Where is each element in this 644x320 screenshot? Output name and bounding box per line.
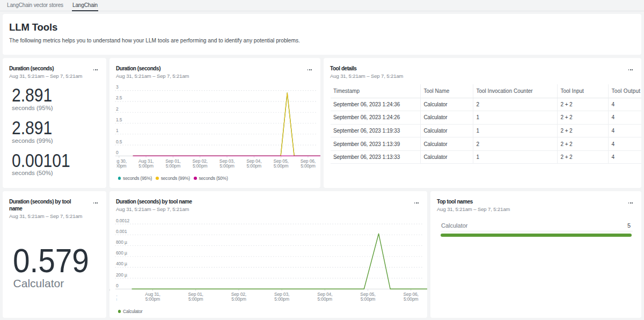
panel-time-range: Aug 31, 5:21am – Sep 7, 5:21am (437, 206, 625, 213)
svg-text:Sep 01,5:00pm: Sep 01,5:00pm (165, 158, 180, 169)
table-body: September 06, 2023 1:24:36Calculator22 +… (331, 98, 641, 164)
table-row[interactable]: September 06, 2023 1:13:33Calculator12 +… (331, 150, 641, 164)
svg-text:600 µ: 600 µ (116, 250, 127, 256)
dot (309, 69, 310, 70)
column-header[interactable]: Tool Invocation Counter (473, 84, 557, 98)
table-cell: Calculator (420, 98, 473, 111)
stat-label: seconds (95%) (12, 105, 59, 112)
ellipsis-icon[interactable] (93, 69, 98, 70)
panel-time-range: Aug 31, 5:21am – Sep 7, 5:21am (116, 73, 304, 79)
table-cell: Calculator (420, 137, 473, 151)
dot (628, 202, 630, 203)
column-header[interactable]: Tool Output (608, 84, 641, 98)
ellipsis-icon[interactable] (414, 202, 419, 203)
svg-text:1: 1 (116, 128, 119, 133)
dot (95, 202, 96, 203)
page-header: LLM Tools The following metrics helps yo… (3, 14, 641, 55)
table-row[interactable]: September 06, 2023 1:13:39Calculator22 +… (331, 137, 641, 151)
column-header[interactable]: Timestamp (331, 84, 420, 98)
table-cell: 2 (473, 137, 557, 151)
svg-text:Sep 06,5:00pm: Sep 06,5:00pm (404, 292, 419, 302)
dot (418, 202, 419, 203)
panel-tool-details: Tool details Aug 31, 5:21am – Sep 7, 5:2… (324, 58, 641, 188)
stat-value: 2.891 (12, 121, 52, 134)
tab-langchain-vector-stores[interactable]: LangChain vector stores (7, 0, 63, 11)
dot (308, 69, 309, 70)
panel-header: Duration (seconds) Aug 31, 5:21am – Sep … (9, 65, 90, 79)
table-cell: Calculator (420, 150, 473, 164)
dot (630, 202, 631, 203)
panel-header: Duration (seconds) by tool name Aug 31, … (9, 198, 92, 220)
stat-50: 0.00101 seconds (50%) (12, 154, 80, 177)
table-row[interactable]: September 06, 2023 1:19:33Calculator12 +… (331, 124, 641, 137)
table-cell: September 06, 2023 1:24:26 (331, 111, 420, 125)
dot (630, 69, 631, 70)
table-row[interactable]: September 06, 2023 1:24:36Calculator22 +… (331, 98, 641, 111)
table-cell: Calculator (420, 124, 473, 137)
svg-text:400 µ: 400 µ (116, 261, 127, 266)
table-row[interactable]: September 06, 2023 1:24:26Calculator12 +… (331, 111, 641, 125)
stat-value: 2.891 (12, 89, 52, 101)
ellipsis-icon[interactable] (93, 202, 98, 203)
column-header[interactable]: Tool Name (420, 84, 473, 98)
panel-title: Duration (seconds) (116, 65, 304, 72)
table-cell: September 06, 2023 1:24:36 (331, 98, 420, 111)
table-cell: 1 (473, 124, 557, 137)
svg-text:Sep 04,5:00pm: Sep 04,5:00pm (246, 158, 261, 169)
stat-value: 0.00101 (12, 154, 70, 167)
panel-duration-stats: Duration (seconds) Aug 31, 5:21am – Sep … (3, 58, 106, 188)
table-cell: 4 (608, 124, 641, 137)
table-cell: September 06, 2023 1:13:33 (331, 150, 420, 164)
tab-bar: LangChain vector stores LangChain (0, 0, 644, 11)
svg-text:2: 2 (116, 106, 119, 112)
column-header[interactable]: Tool Input (557, 84, 608, 98)
tab-langchain[interactable]: LangChain (72, 0, 98, 11)
legend-label: seconds (95%) (123, 176, 152, 181)
legend-label: seconds (99%) (161, 176, 190, 181)
svg-text:1.5: 1.5 (116, 117, 122, 122)
tool-details-table[interactable]: TimestampTool NameTool Invocation Counte… (331, 84, 641, 164)
table-cell: 4 (608, 111, 641, 125)
dot (414, 202, 415, 203)
svg-text:0: 0 (116, 150, 119, 155)
ellipsis-icon[interactable] (628, 69, 633, 70)
svg-text:800 µ: 800 µ (116, 239, 127, 245)
panel-title: Duration (seconds) by tool name (116, 198, 411, 205)
svg-text:Sep 05,5:00pm: Sep 05,5:00pm (273, 158, 288, 169)
table-cell: September 06, 2023 1:19:33 (331, 124, 420, 137)
svg-text:2.5: 2.5 (116, 95, 122, 100)
ellipsis-icon[interactable] (308, 69, 312, 70)
legend-label: seconds (50%) (199, 176, 228, 181)
svg-text:0.001: 0.001 (116, 229, 127, 234)
svg-text:Aug 31,5:00pm: Aug 31,5:00pm (145, 292, 160, 302)
legend-item[interactable]: seconds (99%) (156, 176, 190, 181)
table-cell: 4 (608, 150, 641, 164)
gauge-divider (441, 231, 633, 231)
svg-text:Sep 04,5:00pm: Sep 04,5:00pm (317, 292, 332, 302)
table-cell: September 06, 2023 1:13:39 (331, 137, 420, 151)
svg-text:Sep 03,5:00pm: Sep 03,5:00pm (219, 158, 235, 169)
dot (95, 69, 96, 70)
ellipsis-icon[interactable] (628, 202, 633, 203)
svg-text:Sep 02,5:00pm: Sep 02,5:00pm (193, 158, 208, 169)
panel-title: Top tool names (437, 198, 625, 205)
gauge-bar[interactable] (441, 234, 632, 237)
svg-text:200 µ: 200 µ (116, 272, 127, 278)
legend-item[interactable]: seconds (95%) (118, 176, 152, 181)
svg-text:Aug 30,5:00pm: Aug 30,5:00pm (109, 292, 117, 302)
dot (93, 202, 94, 203)
table-cell: 1 (473, 111, 557, 125)
table-cell: 2 + 2 (557, 111, 608, 125)
panel-title: Tool details (330, 65, 625, 72)
page-title: LLM Tools (9, 21, 634, 33)
table-cell: Calculator (420, 111, 473, 125)
legend-label: Calculator (123, 309, 142, 314)
table-cell: 4 (608, 137, 641, 151)
panel-header: Top tool names Aug 31, 5:21am – Sep 7, 5… (437, 198, 625, 213)
svg-text:Sep 06,5:00pm: Sep 06,5:00pm (301, 158, 316, 169)
panel-time-range: Aug 31, 5:21am – Sep 7, 5:21am (116, 206, 411, 213)
legend-item[interactable]: seconds (50%) (194, 176, 228, 181)
dot (93, 69, 94, 70)
legend-item[interactable]: Calculator (118, 309, 143, 314)
svg-text:Sep 03,5:00pm: Sep 03,5:00pm (274, 292, 289, 302)
